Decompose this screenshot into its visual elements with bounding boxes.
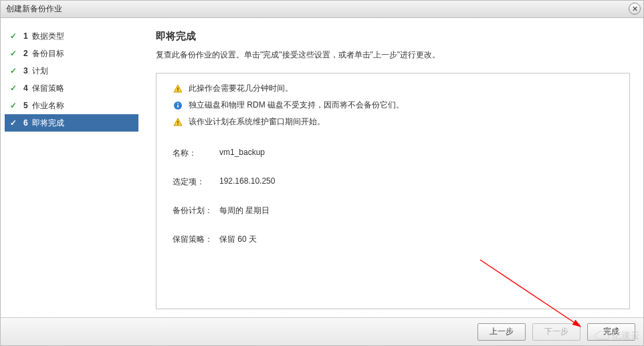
footer: 上一步 下一步 完成 [1,317,643,345]
step-label: 作业名称 [32,100,64,112]
step-2[interactable]: ✓2备份目标 [5,45,138,62]
summary-box: 此操作会需要花几分钟时间。独立磁盘和物理 RDM 磁盘不受支持，因而将不会备份它… [156,73,630,309]
page-description: 复查此备份作业的设置。单击"完成"接受这些设置，或者单击"上一步"进行更改。 [156,49,630,61]
step-3[interactable]: ✓3计划 [5,62,138,79]
notice-text: 该作业计划在系统维护窗口期间开始。 [189,116,325,128]
warning-icon [173,83,183,94]
step-number: 2 [23,49,28,58]
check-icon: ✓ [10,118,19,128]
step-label: 数据类型 [32,31,64,42]
finish-button[interactable]: 完成 [587,323,635,341]
svg-rect-4 [177,103,179,104]
step-number: 3 [23,66,28,75]
check-icon: ✓ [10,83,19,93]
summary-value: 192.168.10.250 [219,176,275,188]
summary-key: 备份计划： [173,205,219,216]
notice-row: 该作业计划在系统维护窗口期间开始。 [173,116,613,128]
close-icon: ✕ [632,5,638,13]
summary-row: 选定项：192.168.10.250 [173,176,613,188]
step-number: 1 [23,31,28,41]
svg-rect-6 [177,124,178,124]
notice-text: 独立磁盘和物理 RDM 磁盘不受支持，因而将不会备份它们。 [189,100,404,111]
summary-row: 名称：vm1_backup [173,148,613,159]
step-number: 5 [23,101,28,110]
summary-key: 选定项： [173,176,219,188]
close-button[interactable]: ✕ [629,3,641,15]
info-icon [173,100,183,111]
step-label: 即将完成 [32,118,64,129]
notice-row: 独立磁盘和物理 RDM 磁盘不受支持，因而将不会备份它们。 [173,100,613,111]
svg-rect-1 [177,90,178,91]
notice-row: 此操作会需要花几分钟时间。 [173,83,613,94]
check-icon: ✓ [10,49,19,58]
summary-row: 保留策略：保留 60 天 [173,234,613,245]
step-1[interactable]: ✓1数据类型 [5,27,138,45]
titlebar: 创建新备份作业 ✕ [1,1,643,18]
step-number: 6 [23,118,28,128]
check-icon: ✓ [10,66,19,75]
step-label: 计划 [32,65,48,77]
next-button: 下一步 [532,323,580,341]
summary-value: 每周的 星期日 [219,205,270,216]
step-5[interactable]: ✓5作业名称 [5,97,138,114]
summary-key: 保留策略： [173,234,219,245]
svg-rect-5 [177,121,178,124]
notice-text: 此操作会需要花几分钟时间。 [189,83,293,94]
check-icon: ✓ [10,101,19,110]
dialog-body: ✓1数据类型✓2备份目标✓3计划✓4保留策略✓5作业名称✓6即将完成 即将完成 … [1,18,643,317]
summary-row: 备份计划：每周的 星期日 [173,205,613,216]
summary-value: 保留 60 天 [219,234,257,245]
warning-icon [173,117,183,128]
dialog-title: 创建新备份作业 [6,3,62,15]
step-number: 4 [23,83,28,93]
back-button[interactable]: 上一步 [477,323,526,341]
step-4[interactable]: ✓4保留策略 [5,79,138,97]
step-label: 备份目标 [32,48,64,59]
check-icon: ✓ [10,31,19,41]
summary-value: vm1_backup [219,148,265,159]
svg-rect-3 [177,105,179,108]
summary-key: 名称： [173,148,219,159]
step-label: 保留策略 [32,83,64,94]
svg-rect-0 [177,88,178,90]
step-6[interactable]: ✓6即将完成 [5,114,138,132]
dialog: 创建新备份作业 ✕ ✓1数据类型✓2备份目标✓3计划✓4保留策略✓5作业名称✓6… [0,0,644,346]
wizard-steps: ✓1数据类型✓2备份目标✓3计划✓4保留策略✓5作业名称✓6即将完成 [1,18,142,317]
page-title: 即将完成 [156,30,630,43]
content-area: 即将完成 复查此备份作业的设置。单击"完成"接受这些设置，或者单击"上一步"进行… [142,18,643,317]
